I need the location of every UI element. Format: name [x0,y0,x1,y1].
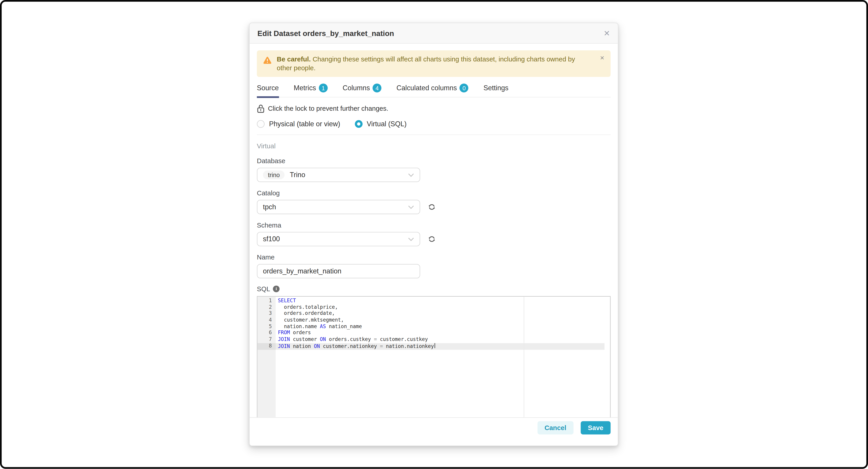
sql-editor-wrap: 12345678 SELECT orders.totalprice, order… [257,296,611,417]
tab-metrics[interactable]: Metrics1 [294,82,328,97]
metrics-count-badge: 1 [319,84,328,92]
columns-count-badge: 4 [373,84,381,92]
name-label: Name [257,253,611,261]
tab-columns[interactable]: Columns4 [343,82,381,97]
chevron-down-icon [408,237,414,241]
warning-close-icon[interactable]: ✕ [600,55,604,61]
radio-virtual[interactable]: Virtual (SQL) [354,120,406,128]
database-backend-tag: trino [263,170,285,179]
modal-header: Edit Dataset orders_by_market_nation ✕ [250,23,618,44]
edit-dataset-modal: Edit Dataset orders_by_market_nation ✕ B… [249,23,618,446]
cancel-button[interactable]: Cancel [537,421,574,434]
source-type-radio-group: Physical (table or view) Virtual (SQL) [257,120,611,135]
sql-label: SQL [257,285,270,292]
warning-triangle-icon [263,56,272,65]
calculated-columns-count-badge: 0 [460,84,468,92]
schema-label: Schema [257,221,611,229]
chevron-down-icon [408,173,414,177]
tab-calculated-columns[interactable]: Calculated columns0 [396,82,468,97]
radio-physical-control[interactable] [257,120,265,128]
tab-source-label: Source [257,84,279,92]
radio-physical-label: Physical (table or view) [269,120,340,128]
sql-gutter: 12345678 [257,296,276,417]
tab-source[interactable]: Source [257,82,279,97]
lock-row: Click the lock to prevent further change… [257,104,611,113]
info-icon: i [273,286,280,292]
tab-bar: Source Metrics1 Columns4 Calculated colu… [257,82,611,97]
refresh-schema-icon[interactable] [428,235,436,244]
close-icon[interactable]: ✕ [603,29,610,37]
warning-text-bold: Be careful. [277,55,311,63]
catalog-select-value: tpch [263,203,276,211]
sql-editor[interactable]: 12345678 SELECT orders.totalprice, order… [257,296,611,417]
database-select[interactable]: trino Trino [257,168,420,182]
modal-title-prefix: Edit Dataset [257,29,301,37]
modal-title-dataset-name: orders_by_market_nation [303,29,394,37]
virtual-section-label: Virtual [257,142,611,150]
app-window: Edit Dataset orders_by_market_nation ✕ B… [0,0,868,469]
refresh-catalog-icon[interactable] [428,202,436,211]
modal-body: Be careful. Changing these settings will… [250,44,618,417]
radio-virtual-control[interactable] [354,120,362,128]
tab-calculated-columns-label: Calculated columns [396,84,457,92]
tab-settings[interactable]: Settings [484,82,508,97]
radio-virtual-label: Virtual (SQL) [367,120,406,128]
database-label: Database [257,157,611,165]
warning-text: Be careful. Changing these settings will… [277,55,592,72]
database-select-value: Trino [290,171,305,179]
tab-metrics-label: Metrics [294,84,316,92]
schema-select[interactable]: sf100 [257,232,420,246]
catalog-select[interactable]: tpch [257,200,420,214]
lock-hint-text: Click the lock to prevent further change… [268,105,388,112]
warning-banner: Be careful. Changing these settings will… [257,51,611,77]
save-button[interactable]: Save [581,421,611,434]
schema-select-value: sf100 [263,235,280,243]
sql-code-lines: SELECT orders.totalprice, orders.orderda… [276,296,610,417]
tab-settings-label: Settings [484,84,508,92]
modal-footer: Cancel Save [250,417,618,445]
modal-title: Edit Dataset orders_by_market_nation [257,29,394,37]
warning-text-rest: Changing these settings will affect all … [277,55,575,72]
unlock-icon[interactable] [257,104,265,113]
screen: Edit Dataset orders_by_market_nation ✕ B… [0,0,868,469]
catalog-label: Catalog [257,189,611,197]
radio-physical[interactable]: Physical (table or view) [257,120,340,128]
dataset-name-input[interactable] [257,264,420,278]
tab-columns-label: Columns [343,84,370,92]
chevron-down-icon [408,205,414,209]
